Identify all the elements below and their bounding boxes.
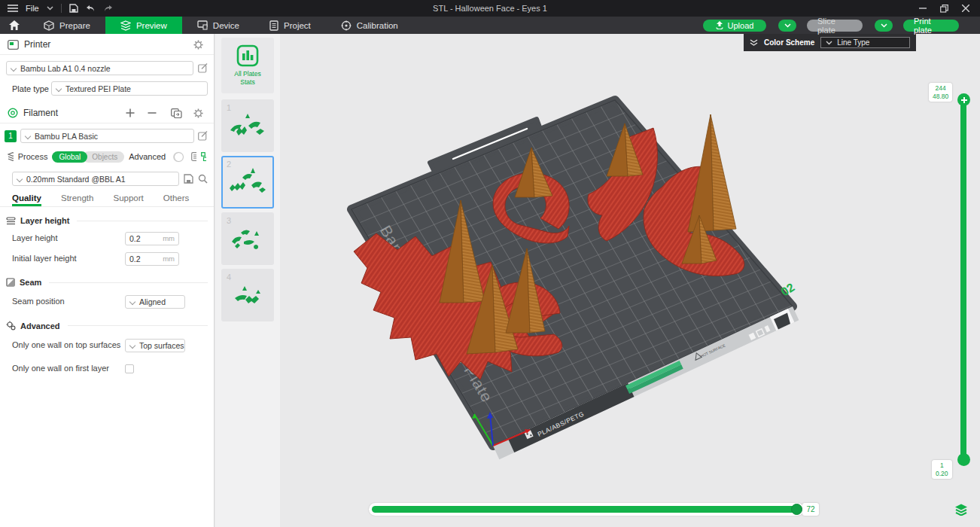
layer-slider[interactable] <box>957 93 969 467</box>
remove-filament-icon[interactable] <box>148 111 157 114</box>
tab-prepare[interactable]: Prepare <box>29 17 105 34</box>
tab-support[interactable]: Support <box>113 193 143 206</box>
printer-settings-gear-icon[interactable] <box>193 40 203 50</box>
edit-filament-icon[interactable] <box>198 131 208 141</box>
group-title-advanced: Advanced <box>20 321 60 331</box>
filament-settings-gear-icon[interactable] <box>193 108 203 118</box>
title-bar: File STL - Halloween Face - Eyes 1 <box>0 0 980 17</box>
process-tabs: Quality Strength Support Others <box>0 186 214 207</box>
plate-type-select[interactable]: Textured PEI Plate <box>51 81 208 96</box>
tab-preview[interactable]: Preview <box>105 17 182 34</box>
maximize-button[interactable] <box>940 5 948 13</box>
objects-tree-icon[interactable] <box>201 152 206 161</box>
device-icon <box>197 20 208 30</box>
plate-thumbnail-4[interactable]: 4 <box>221 269 274 321</box>
undo-icon[interactable] <box>86 5 96 12</box>
save-preset-icon[interactable] <box>184 174 193 184</box>
layers-view-button[interactable] <box>953 501 969 518</box>
chevron-down-icon <box>130 299 135 304</box>
step-slider[interactable] <box>369 503 804 516</box>
calibration-icon <box>341 20 352 31</box>
upload-icon <box>716 21 723 29</box>
plate-1-preview <box>226 109 269 142</box>
layer-slider-bottom-label: 1 0.20 <box>932 460 952 479</box>
seam-position-select[interactable]: Aligned <box>125 295 185 309</box>
filament-slot-badge[interactable]: 1 <box>5 130 17 142</box>
chevron-down-icon <box>11 65 17 71</box>
advanced-group-icon <box>6 321 16 331</box>
stats-icon <box>236 44 259 67</box>
chevron-down-icon <box>826 41 832 45</box>
layer-slider-add-button[interactable] <box>957 93 970 106</box>
layer-height-input[interactable]: 0.2 mm <box>125 232 179 245</box>
project-icon <box>269 20 278 31</box>
slice-plate-button[interactable]: Slice plate <box>807 20 863 32</box>
plate-type-label: Plate type <box>12 84 51 93</box>
param-list-icon[interactable] <box>191 152 196 161</box>
all-plates-stats-button[interactable]: All Plates Stats <box>221 38 274 93</box>
plate-2-preview <box>226 166 269 199</box>
layer-height-icon <box>6 217 16 225</box>
scope-objects-button[interactable]: Objects <box>83 151 124 163</box>
process-icon <box>8 152 14 161</box>
close-button[interactable] <box>962 5 969 12</box>
tab-calibration[interactable]: Calibration <box>326 17 413 34</box>
process-preset-select[interactable]: 0.20mm Standard @BBL A1 <box>12 172 179 186</box>
save-file-icon[interactable] <box>69 4 78 13</box>
printer-title: Printer <box>24 39 50 50</box>
home-button[interactable] <box>0 17 29 34</box>
one-wall-top-select[interactable]: Top surfaces <box>125 339 185 352</box>
printer-icon <box>8 40 19 50</box>
printer-preset-select[interactable]: Bambu Lab A1 0.4 nozzle <box>6 61 193 75</box>
color-scheme-select[interactable]: Line Type <box>820 37 910 48</box>
one-wall-first-layer-checkbox[interactable] <box>125 364 134 373</box>
plate-thumbnail-3[interactable]: 3 <box>221 212 274 265</box>
add-filament-icon[interactable] <box>126 108 135 117</box>
edit-printer-icon[interactable] <box>198 63 208 73</box>
print-plate-button[interactable]: Print plate <box>903 20 959 32</box>
search-preset-icon[interactable] <box>198 174 208 184</box>
ams-sync-icon[interactable] <box>171 108 182 118</box>
initial-layer-height-input[interactable]: 0.2 mm <box>125 252 179 266</box>
chevron-down-icon <box>56 86 62 91</box>
step-slider-handle[interactable] <box>791 504 802 515</box>
tab-strength[interactable]: Strength <box>61 193 93 206</box>
upload-button[interactable]: Upload <box>703 20 766 32</box>
color-scheme-label: Color Scheme <box>764 38 814 47</box>
plate-list: All Plates Stats 1 2 3 <box>215 34 280 527</box>
minimize-button[interactable] <box>919 5 927 12</box>
slice-dropdown-button[interactable] <box>778 20 796 32</box>
divider <box>61 4 62 13</box>
file-menu-chevron-icon[interactable] <box>47 6 53 11</box>
hamburger-menu-icon[interactable] <box>8 5 18 12</box>
filament-title: Filament <box>23 108 58 118</box>
process-title: Process <box>18 152 48 161</box>
tab-project[interactable]: Project <box>254 17 326 34</box>
advanced-toggle[interactable] <box>173 152 184 162</box>
group-title-seam: Seam <box>20 278 41 287</box>
scope-global-button[interactable]: Global <box>52 151 87 163</box>
advanced-label: Advanced <box>129 152 166 161</box>
tab-device[interactable]: Device <box>182 17 254 34</box>
preview-icon <box>120 20 131 31</box>
param-label: Only one wall on first layer <box>12 364 125 374</box>
color-scheme-bar: Color Scheme Line Type <box>744 34 916 51</box>
plate-thumbnail-1[interactable]: 1 <box>221 99 274 152</box>
group-title-layer-height: Layer height <box>20 216 69 225</box>
step-slider-value: 72 <box>802 503 819 516</box>
param-label: Layer height <box>12 233 125 244</box>
file-menu[interactable]: File <box>26 4 39 13</box>
redo-icon[interactable] <box>103 5 113 12</box>
param-label: Initial layer height <box>12 254 125 264</box>
filament-preset-select[interactable]: Bambu PLA Basic <box>20 129 194 143</box>
tab-quality[interactable]: Quality <box>12 193 41 206</box>
main-nav: Prepare Preview Device Project Calibrati… <box>0 17 980 34</box>
layers-icon <box>954 504 968 516</box>
plate-thumbnail-2[interactable]: 2 <box>221 156 274 209</box>
tab-others[interactable]: Others <box>163 193 190 206</box>
layer-slider-handle[interactable] <box>957 453 970 466</box>
plate-4-preview <box>226 279 269 312</box>
collapse-icon[interactable] <box>750 39 758 47</box>
print-dropdown-button[interactable] <box>875 20 893 32</box>
seam-icon <box>6 278 15 287</box>
